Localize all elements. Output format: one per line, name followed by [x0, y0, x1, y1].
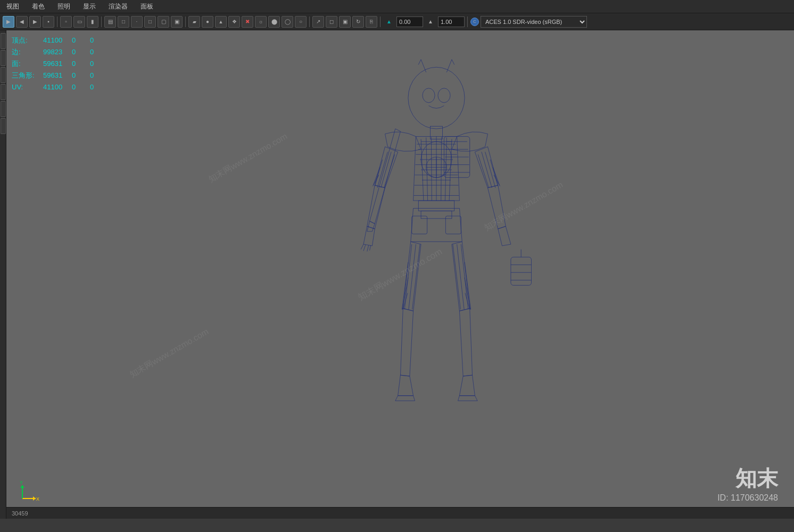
stats-panel: 顶点: 41100 0 0 边: 99823 0 0 面: 59631 0 0 …: [12, 35, 106, 93]
color-profile-select[interactable]: ACES 1.0 SDR-video (sRGB): [481, 16, 587, 28]
tool-btn-frame2[interactable]: ▢: [158, 16, 169, 28]
tool-btn-grid[interactable]: ▤: [104, 16, 116, 28]
transform-icon2: ▲: [425, 16, 436, 28]
svg-line-32: [375, 160, 382, 186]
stat-tris-x: 0: [72, 70, 88, 81]
viewport[interactable]: 顶点: 41100 0 0 边: 99823 0 0 面: 59631 0 0 …: [6, 30, 794, 519]
stat-faces-row: 面: 59631 0 0: [12, 58, 106, 70]
select-btn-2[interactable]: ◻: [326, 16, 337, 28]
svg-rect-9: [418, 201, 454, 211]
stat-vertices-label: 顶点:: [12, 35, 41, 46]
obj-btn-sphere[interactable]: ●: [202, 16, 213, 28]
svg-line-34: [373, 175, 379, 186]
brand-name-text: 知末: [717, 464, 778, 493]
stat-uv-y: 0: [90, 81, 106, 93]
brand-id-text: ID: 1170630248: [717, 493, 778, 503]
toolbar: ▶ ◀ ▶ ▪ ▫ ▭ ▮ ▤ □ ∙ □ ▢ ▣ ▰ ● ▲ ❖ ✖ ☼ ⬤ …: [0, 13, 794, 30]
transform-x-input[interactable]: [396, 16, 423, 27]
sep-4: [309, 16, 310, 27]
obj-btn-light[interactable]: ▲: [215, 16, 227, 28]
stat-tris-y: 0: [90, 70, 106, 81]
stat-uv-label: UV:: [12, 81, 41, 93]
svg-rect-11: [511, 257, 532, 285]
svg-text:Y: Y: [20, 480, 23, 485]
stat-tris-label: 三角形:: [12, 70, 41, 81]
svg-point-0: [408, 67, 465, 129]
menu-shading[interactable]: 着色: [30, 1, 47, 12]
obj-btn-lattice[interactable]: ❖: [228, 16, 240, 28]
side-btn-5[interactable]: [1, 101, 6, 117]
stat-tris-value: 59631: [43, 70, 70, 81]
stat-tris-row: 三角形: 59631 0 0: [12, 70, 106, 81]
svg-line-43: [412, 244, 420, 310]
svg-marker-67: [20, 485, 24, 488]
obj-btn-cube[interactable]: ▰: [188, 16, 200, 28]
stat-faces-x: 0: [72, 58, 88, 70]
status-text: 30459: [12, 510, 28, 517]
stat-vertices-row: 顶点: 41100 0 0: [12, 35, 106, 46]
obj-btn-circle[interactable]: ◯: [282, 16, 293, 28]
stat-faces-label: 面:: [12, 58, 41, 70]
stat-vertices-value: 41100: [43, 35, 70, 46]
menu-panel[interactable]: 面板: [138, 1, 155, 12]
svg-point-5: [423, 88, 435, 103]
side-btn-3[interactable]: [1, 67, 6, 83]
svg-line-51: [465, 278, 470, 310]
nav-btn-1[interactable]: ◀: [16, 16, 28, 28]
tool-btn-frame[interactable]: □: [144, 16, 156, 28]
obj-btn-dot2[interactable]: ○: [295, 16, 307, 28]
stat-vertices-y: 0: [90, 35, 106, 46]
axis-indicator: X Y: [17, 480, 41, 505]
nav-btn-3[interactable]: ▪: [43, 16, 54, 28]
stat-faces-y: 0: [90, 58, 106, 70]
select-btn-arrow[interactable]: ↗: [312, 16, 324, 28]
stat-edges-value: 99823: [43, 46, 70, 58]
svg-marker-66: [33, 496, 36, 501]
svg-line-49: [453, 244, 460, 310]
draw-btn-3[interactable]: ▮: [87, 16, 98, 28]
tool-btn-dot[interactable]: ∙: [131, 16, 143, 28]
menu-renderer[interactable]: 渲染器: [106, 1, 130, 12]
transform-icon: ▲: [383, 16, 395, 28]
svg-line-42: [409, 244, 416, 310]
svg-point-6: [438, 88, 450, 103]
side-btn-4[interactable]: [1, 84, 6, 100]
menu-lighting[interactable]: 照明: [55, 1, 72, 12]
stat-edges-label: 边:: [12, 46, 41, 58]
transform-scale-input[interactable]: [438, 16, 465, 27]
sep-5: [380, 16, 381, 27]
brand-watermark: 知末 ID: 1170630248: [717, 464, 778, 503]
tool-btn-rect[interactable]: □: [118, 16, 129, 28]
stat-faces-value: 59631: [43, 58, 70, 70]
obj-btn-eye[interactable]: ⬤: [268, 16, 280, 28]
wireframe-character: [282, 57, 591, 493]
svg-line-45: [402, 278, 408, 310]
side-btn-6[interactable]: [1, 118, 6, 134]
color-profile-icon: C: [470, 18, 479, 26]
side-btn-2[interactable]: [1, 50, 6, 66]
svg-line-20: [441, 137, 442, 201]
side-btn-1[interactable]: [1, 33, 6, 49]
draw-btn-1[interactable]: ▫: [60, 16, 72, 28]
menu-display[interactable]: 显示: [81, 1, 98, 12]
sep-1: [57, 16, 57, 27]
nav-btn-2[interactable]: ▶: [29, 16, 41, 28]
select-btn-copy[interactable]: ⎘: [366, 16, 377, 28]
tool-btn-frame3[interactable]: ▣: [171, 16, 183, 28]
obj-btn-lamp[interactable]: ☼: [255, 16, 267, 28]
stat-vertices-x: 0: [72, 35, 88, 46]
svg-line-18: [431, 137, 432, 201]
select-btn-3[interactable]: ▣: [339, 16, 351, 28]
select-btn-4[interactable]: ↻: [352, 16, 364, 28]
menu-bar: 视图 着色 照明 显示 渲染器 面板: [0, 0, 794, 13]
draw-btn-2[interactable]: ▭: [73, 16, 85, 28]
camera-btn[interactable]: ▶: [3, 16, 14, 28]
stat-edges-row: 边: 99823 0 0: [12, 46, 106, 58]
stat-uv-value: 41100: [43, 81, 70, 93]
obj-btn-x[interactable]: ✖: [242, 16, 253, 28]
svg-line-48: [457, 244, 465, 310]
svg-text:X: X: [36, 496, 39, 502]
sep-2: [101, 16, 102, 27]
menu-view[interactable]: 视图: [4, 1, 21, 12]
svg-line-4: [452, 60, 454, 65]
